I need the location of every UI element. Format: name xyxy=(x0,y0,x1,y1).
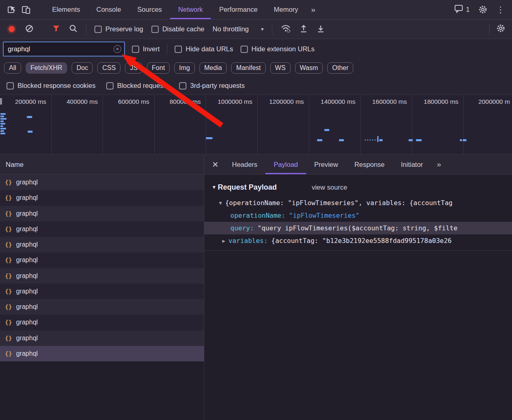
waterfall-bar xyxy=(0,120,4,122)
request-type-chip[interactable]: CSS xyxy=(97,62,120,74)
payload-query-row[interactable]: query: "query ipFlowTimeseries($accountT… xyxy=(204,222,512,234)
json-string-value: "ipFlowTimeseries" xyxy=(289,212,359,219)
console-messages-badge[interactable]: 1 xyxy=(452,4,472,15)
main-tab[interactable]: Memory xyxy=(266,0,306,19)
name-column-header[interactable]: Name xyxy=(0,155,204,175)
hide-extension-urls-checkbox[interactable]: Hide extension URLs xyxy=(241,45,315,53)
disable-cache-checkbox[interactable]: Disable cache xyxy=(151,25,205,33)
request-row[interactable]: {} graphql xyxy=(0,330,204,346)
payload-panel: ▼ Request Payload view source ▼ {operati… xyxy=(204,175,512,251)
request-type-chip[interactable]: Wasm xyxy=(295,62,323,74)
network-overview-timeline[interactable]: 200000 ms400000 ms600000 ms800000 ms1000… xyxy=(0,94,512,155)
overflow-menu-icon[interactable]: ⋮ xyxy=(493,2,508,17)
network-conditions-icon[interactable] xyxy=(280,24,291,35)
waterfall-bar xyxy=(0,133,5,134)
request-row[interactable]: {} graphql xyxy=(0,346,204,361)
detail-tab[interactable]: Response xyxy=(346,155,393,174)
more-tabs-icon[interactable]: » xyxy=(306,2,321,17)
request-type-chip[interactable]: JS xyxy=(125,62,142,74)
record-button[interactable] xyxy=(9,26,15,32)
blocked-response-cookies-checkbox[interactable]: Blocked response cookies xyxy=(7,82,96,90)
collapse-triangle-icon[interactable]: ▼ xyxy=(212,184,217,190)
settings-gear-icon[interactable] xyxy=(475,2,490,17)
detail-tab[interactable]: Initiator xyxy=(393,155,431,174)
devtools-tabbar: ElementsConsoleSourcesNetworkPerformance… xyxy=(0,0,512,20)
collapsed-triangle-icon[interactable]: ▶ xyxy=(222,238,225,244)
waterfall-bars xyxy=(0,95,512,154)
payload-operation-row[interactable]: operationName: "ipFlowTimeseries" xyxy=(204,209,512,222)
clear-filter-icon[interactable]: ✕ xyxy=(114,45,121,53)
tabbar-right-icons: 1 ⋮ xyxy=(452,2,508,17)
network-settings-group xyxy=(489,24,505,35)
fetch-xhr-icon: {} xyxy=(5,179,12,186)
import-har-icon[interactable] xyxy=(299,24,308,35)
toolbar-separator xyxy=(167,44,167,55)
main-tab[interactable]: Elements xyxy=(44,0,88,19)
search-icon[interactable] xyxy=(69,24,78,35)
main-tab[interactable]: Network xyxy=(170,0,211,19)
detail-tab[interactable]: Headers xyxy=(224,155,265,174)
request-name: graphql xyxy=(16,350,37,357)
main-tab[interactable]: Console xyxy=(88,0,129,19)
request-row[interactable]: {} graphql xyxy=(0,299,204,315)
request-type-chip[interactable]: Font xyxy=(147,62,170,74)
network-filter-row: ✕ Invert Hide data URLs Hide extension U… xyxy=(0,39,512,59)
checkbox-icon xyxy=(179,82,186,90)
detail-tab[interactable]: Preview xyxy=(306,155,346,174)
payload-variables-row[interactable]: ▶ variables: {accountTag: "b12e3b2192ee5… xyxy=(204,234,512,247)
request-type-chip[interactable]: Media xyxy=(199,62,227,74)
export-har-icon[interactable] xyxy=(316,24,325,35)
timeline-brush-handle[interactable] xyxy=(0,98,2,105)
main-tab[interactable]: Performance xyxy=(211,0,265,19)
preserve-log-checkbox[interactable]: Preserve log xyxy=(94,25,143,33)
invert-checkbox[interactable]: Invert xyxy=(132,45,160,53)
request-row[interactable]: {} graphql xyxy=(0,284,204,299)
detail-tab[interactable]: Payload xyxy=(265,155,306,174)
request-name: graphql xyxy=(16,288,37,295)
hide-data-urls-checkbox[interactable]: Hide data URLs xyxy=(175,45,233,53)
request-type-chip[interactable]: Doc xyxy=(72,62,93,74)
blocked-requests-checkbox[interactable]: Blocked requests xyxy=(106,82,169,90)
network-content: Name {} graphql {} graphql {} graphql {} xyxy=(0,155,512,420)
request-type-chip[interactable]: Img xyxy=(174,62,195,74)
json-key: query: xyxy=(230,224,254,232)
main-tab[interactable]: Sources xyxy=(129,0,170,19)
device-toolbar-icon[interactable] xyxy=(19,2,33,17)
network-toolbar: Preserve log Disable cache No throttling… xyxy=(0,20,512,39)
payload-root-row[interactable]: ▼ {operationName: "ipFlowTimeseries", va… xyxy=(204,197,512,209)
fetch-xhr-icon: {} xyxy=(5,288,12,295)
request-row[interactable]: {} graphql xyxy=(0,268,204,284)
request-row[interactable]: {} graphql xyxy=(0,221,204,237)
payload-root-preview: {operationName: "ipFlowTimeseries", vari… xyxy=(225,199,453,207)
request-type-chip[interactable]: WS xyxy=(270,62,291,74)
inspect-element-icon[interactable] xyxy=(4,2,19,17)
waterfall-bar xyxy=(463,139,466,141)
request-row[interactable]: {} graphql xyxy=(0,315,204,330)
json-key: operationName: xyxy=(230,212,285,219)
request-name: graphql xyxy=(16,179,37,186)
network-filter-input[interactable] xyxy=(3,42,125,56)
request-row[interactable]: {} graphql xyxy=(0,175,204,190)
request-type-chip[interactable]: Manifest xyxy=(231,62,265,74)
waterfall-bar xyxy=(0,128,6,129)
request-type-chip[interactable]: All xyxy=(4,62,21,74)
fetch-xhr-icon: {} xyxy=(5,273,12,279)
waterfall-bar xyxy=(339,139,344,141)
view-source-link[interactable]: view source xyxy=(312,184,347,191)
request-row[interactable]: {} graphql xyxy=(0,252,204,268)
clear-network-log-icon[interactable] xyxy=(25,24,34,35)
close-detail-icon[interactable] xyxy=(207,155,224,174)
more-detail-tabs-icon[interactable]: » xyxy=(437,160,441,169)
filter-funnel-icon[interactable] xyxy=(52,24,61,34)
waterfall-bar xyxy=(28,131,33,133)
toolbar-separator xyxy=(272,24,272,35)
request-row[interactable]: {} graphql xyxy=(0,190,204,206)
throttling-select[interactable]: No throttling ▾ xyxy=(212,25,264,33)
request-row[interactable]: {} graphql xyxy=(0,237,204,252)
request-type-chip[interactable]: Other xyxy=(327,62,353,74)
third-party-requests-checkbox[interactable]: 3rd-party requests xyxy=(179,82,245,90)
expanded-triangle-icon[interactable]: ▼ xyxy=(219,200,222,206)
network-settings-gear-icon[interactable] xyxy=(496,24,505,35)
request-row[interactable]: {} graphql xyxy=(0,206,204,221)
request-type-chip[interactable]: Fetch/XHR xyxy=(26,62,67,74)
